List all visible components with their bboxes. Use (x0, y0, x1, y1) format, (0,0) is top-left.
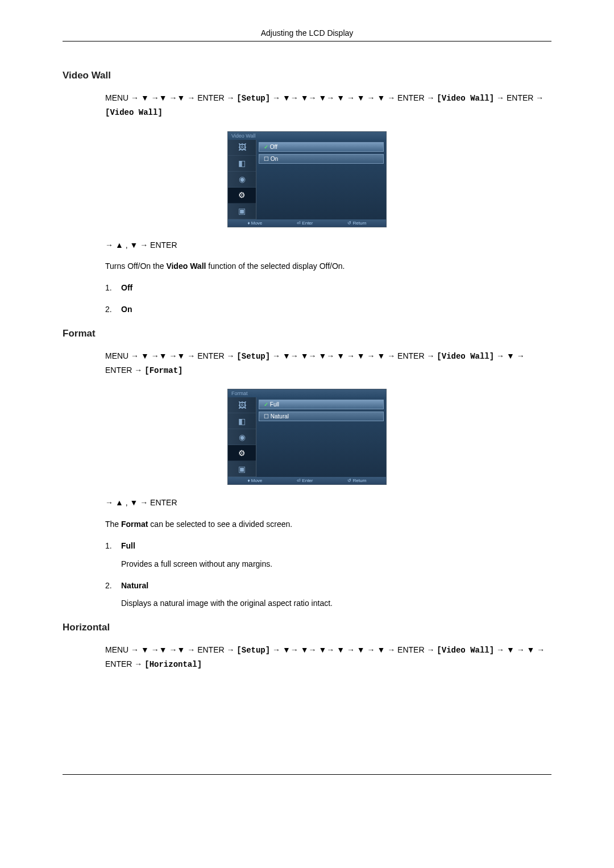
osd-footer: ♦ Move ⏎ Enter ↺ Return (228, 219, 386, 227)
osd-info-icon: ▣ (228, 461, 256, 477)
osd-sidebar: 🖼 ◧ ◉ ⚙ ▣ (228, 397, 256, 477)
osd-option-on: On (259, 154, 384, 164)
osd-sound-icon: ◧ (228, 413, 256, 429)
osd-footer-move: ♦ Move (247, 221, 262, 226)
desc-prefix: Turns Off/On the (105, 261, 166, 271)
desc-suffix: function of the selected display Off/On. (206, 261, 345, 271)
osd-title: Video Wall (228, 132, 386, 140)
desc-video-wall: Turns Off/On the Video Wall function of … (105, 260, 551, 273)
nav-setup-bracket: [Setup] (237, 646, 270, 655)
list-item: 1. Off (105, 281, 551, 295)
osd-picture-icon: 🖼 (228, 397, 256, 413)
osd-sidebar: 🖼 ◧ ◉ ⚙ ▣ (228, 140, 256, 219)
osd-footer: ♦ Move ⏎ Enter ↺ Return (228, 477, 386, 484)
nav-videowall-bracket: [Video Wall] (437, 94, 494, 103)
list-num: 1. (105, 539, 121, 553)
nav-path-video-wall: MENU → ▼ →▼ →▼ → ENTER → [Setup] → ▼→ ▼→… (105, 92, 551, 120)
nav-text: → ENTER → (494, 93, 544, 102)
osd-title: Format (228, 389, 386, 397)
list-num: 1. (105, 281, 121, 295)
nav-text: → ▼→ ▼→ ▼→ ▼ → ▼ → ▼ → ENTER → (270, 645, 437, 654)
desc-suffix: can be selected to see a divided screen. (148, 520, 292, 529)
section-heading-format: Format (63, 328, 551, 339)
osd-sound-icon: ◧ (228, 156, 256, 172)
osd-footer-return: ↺ Return (347, 221, 366, 226)
osd-content: Off On (256, 140, 386, 219)
osd-option-off: Off (259, 142, 384, 152)
bottom-rule (63, 774, 551, 775)
section-heading-horizontal: Horizontal (63, 622, 551, 633)
osd-option-natural: Natural (259, 412, 384, 421)
nav-text: → ▼→ ▼→ ▼→ ▼ → ▼ → ▼ → ENTER → (270, 351, 437, 360)
nav-text: MENU → ▼ →▼ →▼ → ENTER → (105, 645, 237, 654)
osd-footer-enter: ⏎ Enter (297, 221, 313, 226)
list-label-natural: Natural (121, 579, 148, 593)
nav-setup-bracket: [Setup] (237, 94, 270, 103)
option-list-format: 1. Full (105, 539, 551, 553)
nav-path-format: MENU → ▼ →▼ →▼ → ENTER → [Setup] → ▼→ ▼→… (105, 350, 551, 378)
list-label-off: Off (121, 281, 132, 295)
nav-text: MENU → ▼ →▼ →▼ → ENTER → (105, 351, 237, 360)
desc-format: The Format can be selected to see a divi… (105, 518, 551, 531)
nav-videowall-bracket: [Video Wall] (437, 352, 494, 361)
osd-body: 🖼 ◧ ◉ ⚙ ▣ Off On (228, 140, 386, 219)
nav-after-video-wall: → ▲ , ▼ → ENTER (105, 239, 551, 252)
nav-videowall-bracket: [Video Wall] (437, 646, 494, 655)
osd-timer-icon: ◉ (228, 429, 256, 445)
sub-desc-full: Provides a full screen without any margi… (121, 558, 551, 571)
list-label-on: On (121, 303, 132, 317)
nav-text: → ▼→ ▼→ ▼→ ▼ → ▼ → ▼ → ENTER → (270, 93, 437, 102)
osd-footer-return: ↺ Return (347, 478, 366, 483)
nav-videowall-bracket-2: [Video Wall] (105, 108, 163, 117)
osd-screen-format: Format 🖼 ◧ ◉ ⚙ ▣ Full Natural ♦ Move ⏎ E… (227, 389, 387, 485)
nav-horizontal-bracket: [Horizontal] (144, 660, 202, 669)
osd-footer-move: ♦ Move (247, 478, 262, 483)
nav-setup-bracket: [Setup] (237, 352, 270, 361)
option-list-format-2: 2. Natural (105, 579, 551, 593)
osd-gear-icon: ⚙ (228, 188, 256, 203)
list-num: 2. (105, 579, 121, 593)
desc-bold: Format (121, 520, 148, 529)
osd-content: Full Natural (256, 397, 386, 477)
list-num: 2. (105, 303, 121, 317)
nav-after-format: → ▲ , ▼ → ENTER (105, 496, 551, 510)
osd-timer-icon: ◉ (228, 172, 256, 188)
osd-picture-icon: 🖼 (228, 140, 256, 156)
nav-path-horizontal: MENU → ▼ →▼ →▼ → ENTER → [Setup] → ▼→ ▼→… (105, 643, 551, 672)
osd-footer-enter: ⏎ Enter (297, 478, 313, 483)
nav-text: MENU → ▼ →▼ →▼ → ENTER → (105, 93, 237, 102)
osd-option-full: Full (259, 400, 384, 409)
page-header: Adjusting the LCD Display (63, 28, 551, 41)
list-label-full: Full (121, 539, 135, 553)
osd-body: 🖼 ◧ ◉ ⚙ ▣ Full Natural (228, 397, 386, 477)
list-item: 2. On (105, 303, 551, 317)
list-item: 2. Natural (105, 579, 551, 593)
osd-info-icon: ▣ (228, 203, 256, 219)
nav-format-bracket: [Format] (144, 366, 182, 375)
osd-screen-video-wall: Video Wall 🖼 ◧ ◉ ⚙ ▣ Off On ♦ Move ⏎ Ent… (227, 131, 387, 227)
option-list-video-wall: 1. Off 2. On (105, 281, 551, 317)
desc-prefix: The (105, 520, 121, 529)
osd-gear-icon: ⚙ (228, 445, 256, 461)
section-heading-video-wall: Video Wall (63, 70, 551, 81)
sub-desc-natural: Displays a natural image with the origin… (121, 597, 551, 610)
list-item: 1. Full (105, 539, 551, 553)
desc-bold: Video Wall (166, 261, 206, 271)
